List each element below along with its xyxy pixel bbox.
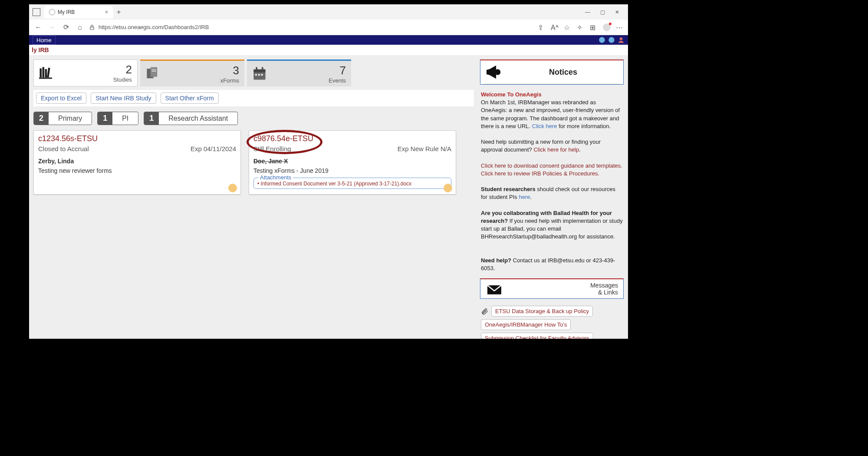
study-pi: Zerby, Linda [38, 158, 236, 165]
link-checklist-faculty[interactable]: Submission Checklist for Faculty Advisor… [481, 333, 593, 339]
study-exp: Exp 04/11/2024 [191, 145, 236, 152]
svg-point-20 [495, 69, 501, 75]
maximize-button[interactable]: ▢ [596, 8, 609, 17]
welcome-title: Welcome To OneAegis [481, 91, 542, 98]
read-aloud-icon[interactable]: ⇪ [538, 23, 546, 31]
start-irb-study-button[interactable]: Start New IRB Study [91, 93, 156, 104]
tab-title: My IRB [58, 9, 75, 15]
lock-icon [89, 24, 95, 30]
svg-rect-19 [261, 74, 263, 76]
study-card-2[interactable]: c9876.54e-ETSU Still Enrolling Exp New R… [249, 130, 456, 195]
filter-primary[interactable]: 2Primary [33, 112, 92, 125]
svg-rect-17 [255, 74, 257, 76]
study-id[interactable]: c9876.54e-ETSU [253, 134, 451, 143]
browser-tab[interactable]: My IRB × [44, 6, 113, 18]
svg-rect-4 [40, 69, 42, 78]
messages-heading-2: & Links [590, 289, 618, 296]
study-status: Still Enrolling [253, 145, 291, 152]
svg-rect-14 [253, 69, 265, 72]
study-cards: c1234.56s-ETSU Closed to Accrual Exp 04/… [33, 130, 474, 195]
tab-actions-icon[interactable] [33, 8, 40, 16]
svg-rect-12 [151, 71, 156, 72]
filter-research-assistant[interactable]: 1Research Assistant [144, 112, 238, 125]
favorites-bar-icon[interactable]: ✧ [577, 23, 585, 31]
studies-count: 2 [113, 63, 132, 76]
notices-heading: Notices [507, 68, 619, 77]
study-pi: Doe, Jane X [253, 158, 451, 165]
more-icon[interactable]: ⋯ [616, 23, 624, 31]
filter-row: 2Primary 1PI 1Research Assistant [33, 110, 474, 127]
start-other-xform-button[interactable]: Start Other xForm [161, 93, 219, 104]
tab-events[interactable]: 7Events [247, 59, 351, 86]
close-button[interactable]: ✕ [611, 8, 624, 17]
svg-rect-15 [256, 67, 257, 70]
link-howtos[interactable]: OneAegis/IRBManager How To's [481, 319, 571, 330]
svg-rect-10 [151, 67, 157, 76]
study-card-1[interactable]: c1234.56s-ETSU Closed to Accrual Exp 04/… [33, 130, 241, 195]
svg-rect-18 [258, 74, 260, 76]
address-bar: ← → ⟳ ⌂ https://etsu.oneaegis.com/Dashbo… [29, 20, 628, 35]
home-nav[interactable]: Home [33, 36, 56, 45]
filter-pi[interactable]: 1PI [97, 112, 138, 125]
welcome-link[interactable]: Click here [532, 123, 557, 129]
support-icon[interactable] [598, 36, 605, 43]
events-icon [252, 66, 267, 81]
new-tab-button[interactable]: + [117, 8, 121, 16]
export-excel-button[interactable]: Export to Excel [36, 93, 86, 104]
action-row: Export to Excel Start New IRB Study Star… [33, 90, 474, 106]
link-data-storage[interactable]: ETSU Data Storage & Back up Policy [491, 306, 593, 317]
student-here-link[interactable]: here [519, 194, 530, 200]
side-column: Notices Welcome To OneAegis On March 1st… [478, 55, 628, 339]
svg-rect-0 [90, 27, 94, 30]
close-tab-icon[interactable]: × [105, 9, 108, 15]
attachment-item[interactable]: Informed Consent Document ver 3-5-21 (Ap… [257, 181, 447, 187]
svg-point-2 [608, 37, 614, 43]
refresh-button[interactable]: ⟳ [61, 23, 71, 32]
url-text: https://etsu.oneaegis.com/Dashboards2/IR… [99, 24, 209, 30]
events-label: Events [329, 77, 346, 84]
help-link[interactable]: Click here for help [533, 146, 579, 153]
url-box[interactable]: https://etsu.oneaegis.com/Dashboards2/IR… [89, 24, 533, 30]
xforms-icon [145, 66, 160, 81]
study-title: Testing xForms - June 2019 [253, 167, 451, 174]
notices-panel: Notices [480, 59, 624, 85]
study-id[interactable]: c1234.56s-ETSU [38, 134, 236, 143]
svg-rect-8 [39, 78, 52, 79]
back-button[interactable]: ← [33, 23, 43, 32]
messages-panel: Messages & Links [480, 278, 624, 299]
summary-tabs: 2Studies 3xForms 7Events [33, 59, 474, 86]
text-size-icon[interactable]: Aᴬ [551, 23, 559, 31]
tab-xforms[interactable]: 3xForms [140, 59, 244, 86]
paperclip-icon [481, 307, 489, 315]
notices-body: Welcome To OneAegis On March 1st, IRBMan… [480, 89, 624, 274]
collections-icon[interactable]: ⊞ [590, 23, 598, 31]
tab-studies[interactable]: 2Studies [33, 59, 138, 86]
study-status: Closed to Accrual [38, 145, 89, 152]
messages-heading-1: Messages [590, 282, 618, 289]
help-icon[interactable] [608, 36, 615, 43]
forward-button[interactable]: → [47, 23, 57, 32]
studies-icon [39, 66, 55, 79]
profile-icon[interactable] [603, 23, 611, 31]
minimize-button[interactable]: — [581, 8, 594, 17]
events-count: 7 [329, 64, 346, 77]
xforms-label: xForms [220, 77, 239, 84]
svg-rect-11 [151, 69, 156, 70]
browser-window: My IRB × + — ▢ ✕ ← → ⟳ ⌂ https://etsu.on… [29, 4, 628, 339]
megaphone-icon [485, 65, 503, 79]
policies-link[interactable]: Click here to review IRB Policies & Proc… [481, 170, 599, 177]
messages-links: ETSU Data Storage & Back up Policy OneAe… [480, 303, 624, 339]
studies-label: Studies [113, 76, 132, 83]
svg-point-3 [620, 37, 623, 40]
window-controls: — ▢ ✕ [581, 8, 628, 17]
favorite-icon[interactable]: ☆ [564, 23, 572, 31]
home-button[interactable]: ⌂ [75, 23, 85, 32]
study-exp: Exp New Rule N/A [398, 145, 451, 152]
avatar-icon [444, 184, 452, 192]
svg-rect-7 [47, 68, 50, 78]
brand-label: ly IRB [29, 45, 628, 55]
toolbar-icons: ⇪ Aᴬ ☆ ✧ ⊞ ⋯ [538, 23, 624, 31]
consent-link[interactable]: Click here to download consent guidance … [481, 162, 622, 169]
user-icon[interactable] [618, 36, 625, 43]
favicon-icon [49, 9, 55, 15]
